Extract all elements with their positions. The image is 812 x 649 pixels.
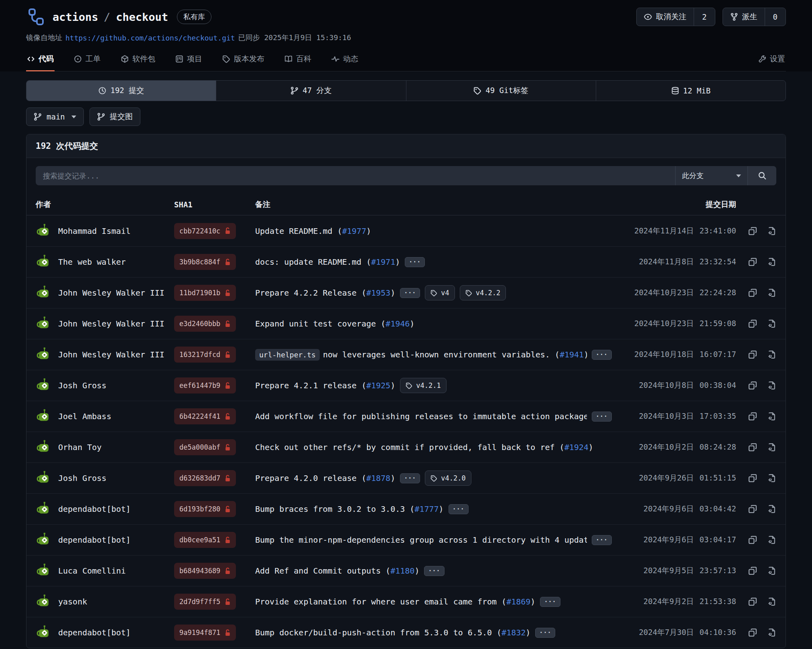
commit-author[interactable]: John Wesley Walker III [58, 350, 164, 359]
tab-settings[interactable]: 设置 [757, 51, 786, 71]
expand-commit-button[interactable]: ··· [592, 412, 612, 422]
pr-link[interactable]: #1977 [342, 226, 366, 236]
site-logo[interactable] [26, 7, 45, 26]
repo-owner-link[interactable]: actions [53, 11, 98, 23]
tab-code[interactable]: 代码 [26, 51, 55, 71]
commit-author[interactable]: Joel Ambass [58, 412, 111, 421]
tab-projects[interactable]: 项目 [175, 51, 203, 71]
avatar[interactable] [36, 408, 52, 424]
copy-sha-icon[interactable] [748, 505, 757, 513]
copy-sha-icon[interactable] [748, 535, 757, 544]
commit-author[interactable]: Luca Comellini [58, 566, 126, 576]
tab-issues[interactable]: 工单 [73, 51, 102, 71]
commit-author[interactable]: John Wesley Walker III [58, 288, 164, 298]
expand-commit-button[interactable]: ··· [592, 535, 612, 545]
pr-link[interactable]: #1971 [371, 257, 395, 267]
browse-files-icon[interactable] [767, 258, 776, 266]
commit-author[interactable]: Josh Gross [58, 473, 106, 483]
commit-sha-badge[interactable]: 6d193bf280 [174, 501, 236, 517]
repo-name-link[interactable]: checkout [116, 11, 168, 23]
browse-files-icon[interactable] [767, 566, 776, 575]
branch-filter-select[interactable]: 此分支 [675, 166, 747, 185]
commit-author[interactable]: dependabot[bot] [58, 628, 131, 637]
commit-sha-badge[interactable]: 11bd71901b [174, 285, 236, 301]
avatar[interactable] [36, 625, 52, 641]
commit-author[interactable]: Orhan Toy [58, 442, 102, 452]
mirror-url-link[interactable]: https://github.com/actions/checkout.git [65, 34, 235, 42]
tag-button[interactable]: v4.2.0 [425, 471, 471, 486]
expand-commit-button[interactable]: ··· [400, 288, 420, 298]
commit-sha-badge[interactable]: 9a9194f871 [174, 625, 236, 641]
commit-author[interactable]: dependabot[bot] [58, 504, 131, 514]
expand-commit-button[interactable]: ··· [400, 473, 420, 483]
avatar[interactable] [36, 223, 52, 239]
stat-tags[interactable]: 49 Git标签 [406, 81, 596, 101]
copy-sha-icon[interactable] [748, 258, 757, 266]
copy-sha-icon[interactable] [748, 227, 757, 235]
pr-link[interactable]: #1924 [564, 442, 589, 452]
commit-sha-badge[interactable]: 3b9b8c884f [174, 254, 236, 270]
commit-sha-badge[interactable]: eef61447b9 [174, 377, 236, 393]
browse-files-icon[interactable] [767, 597, 776, 606]
expand-commit-button[interactable]: ··· [405, 257, 425, 267]
fork-count[interactable]: 0 [765, 8, 786, 26]
expand-commit-button[interactable]: ··· [424, 566, 444, 576]
watch-count[interactable]: 2 [694, 8, 715, 26]
avatar[interactable] [36, 594, 52, 610]
expand-commit-button[interactable]: ··· [592, 350, 612, 360]
copy-sha-icon[interactable] [748, 319, 757, 328]
commit-sha-badge[interactable]: b684943689 [174, 563, 236, 579]
avatar[interactable] [36, 347, 52, 363]
tab-wiki[interactable]: 百科 [284, 51, 312, 71]
tab-releases[interactable]: 版本发布 [221, 51, 265, 71]
browse-files-icon[interactable] [767, 505, 776, 513]
avatar[interactable] [36, 439, 52, 455]
pr-link[interactable]: #1878 [366, 473, 390, 483]
branch-selector[interactable]: main [26, 107, 84, 126]
browse-files-icon[interactable] [767, 412, 776, 421]
pr-link[interactable]: #1777 [414, 504, 438, 514]
copy-sha-icon[interactable] [748, 597, 757, 606]
commit-sha-badge[interactable]: d632683dd7 [174, 470, 236, 486]
copy-sha-icon[interactable] [748, 412, 757, 421]
stat-branches[interactable]: 47 分支 [216, 81, 406, 101]
tag-button[interactable]: v4.2.2 [460, 285, 506, 300]
tag-button[interactable]: v4 [425, 285, 455, 300]
pr-link[interactable]: #1925 [366, 381, 390, 390]
unwatch-button[interactable]: 取消关注 [637, 8, 694, 26]
commit-sha-badge[interactable]: 163217dfcd [174, 347, 236, 363]
pr-link[interactable]: #1941 [560, 350, 584, 359]
avatar[interactable] [36, 285, 52, 301]
search-button[interactable] [747, 166, 776, 185]
copy-sha-icon[interactable] [748, 566, 757, 575]
commit-author[interactable]: yasonk [58, 597, 87, 606]
expand-commit-button[interactable]: ··· [540, 597, 560, 607]
tag-button[interactable]: v4.2.1 [400, 378, 446, 393]
avatar[interactable] [36, 254, 52, 270]
expand-commit-button[interactable]: ··· [535, 628, 555, 638]
commit-sha-badge[interactable]: 2d7d9f7ff5 [174, 594, 236, 610]
commit-sha-badge[interactable]: e3d2460bbb [174, 316, 236, 332]
avatar[interactable] [36, 470, 52, 486]
browse-files-icon[interactable] [767, 350, 776, 359]
tab-packages[interactable]: 软件包 [120, 51, 156, 71]
commit-author[interactable]: Josh Gross [58, 381, 106, 390]
commit-author[interactable]: The web walker [58, 257, 126, 267]
avatar[interactable] [36, 377, 52, 393]
stat-size[interactable]: 12 MiB [596, 81, 786, 101]
copy-sha-icon[interactable] [748, 381, 757, 390]
browse-files-icon[interactable] [767, 474, 776, 483]
commit-graph-button[interactable]: 提交图 [89, 107, 140, 126]
expand-commit-button[interactable]: ··· [449, 504, 469, 514]
commit-sha-badge[interactable]: cbb722410c [174, 223, 236, 239]
copy-sha-icon[interactable] [748, 474, 757, 483]
pr-link[interactable]: #1946 [386, 319, 410, 329]
copy-sha-icon[interactable] [748, 288, 757, 297]
copy-sha-icon[interactable] [748, 628, 757, 637]
tab-activity[interactable]: 动态 [331, 51, 359, 71]
browse-files-icon[interactable] [767, 319, 776, 328]
avatar[interactable] [36, 316, 52, 332]
commit-author[interactable]: Mohammad Ismail [58, 226, 131, 236]
copy-sha-icon[interactable] [748, 443, 757, 452]
fork-button[interactable]: 派生 [723, 8, 765, 26]
